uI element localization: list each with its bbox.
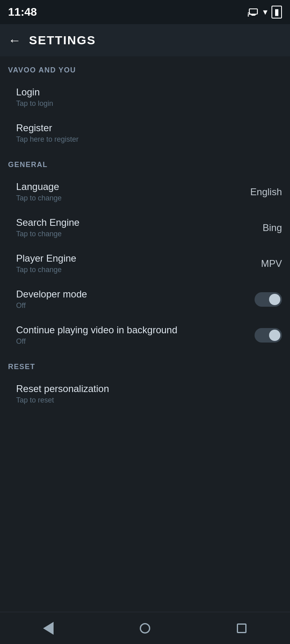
continue-playing-toggle-knob xyxy=(269,330,280,341)
setting-player-engine-subtitle: Tap to change xyxy=(16,266,76,274)
setting-player-engine-title: Player Engine xyxy=(16,253,76,264)
setting-search-engine-title: Search Engine xyxy=(16,217,79,228)
app-bar: ← SETTINGS xyxy=(0,24,290,56)
setting-reset-personalization[interactable]: Reset personalization Tap to reset xyxy=(0,376,290,412)
setting-language-subtitle: Tap to change xyxy=(16,194,62,202)
setting-language[interactable]: Language Tap to change English xyxy=(0,174,290,210)
nav-back-button[interactable] xyxy=(36,616,60,640)
setting-search-engine-value: Bing xyxy=(263,222,282,233)
svg-rect-0 xyxy=(249,9,257,14)
setting-login-title: Login xyxy=(16,87,53,98)
svg-rect-2 xyxy=(252,15,255,16)
wifi-icon: ▾ xyxy=(263,7,267,17)
nav-bar xyxy=(0,612,290,644)
setting-developer-mode-subtitle: Off xyxy=(16,301,87,310)
setting-register-subtitle: Tap here to register xyxy=(16,135,79,144)
setting-language-title: Language xyxy=(16,181,62,192)
section-header-general: GENERAL xyxy=(0,151,290,174)
setting-language-value: English xyxy=(250,186,282,198)
back-button[interactable]: ← xyxy=(8,33,21,48)
setting-register[interactable]: Register Tap here to register xyxy=(0,115,290,151)
setting-continue-playing-subtitle: Off xyxy=(16,337,177,346)
cast-icon xyxy=(248,8,259,17)
setting-reset-title: Reset personalization xyxy=(16,383,109,394)
svg-rect-3 xyxy=(248,15,249,17)
battery-icon: ▮ xyxy=(271,6,282,19)
setting-continue-playing[interactable]: Continue playing video in background Off xyxy=(0,317,290,353)
continue-playing-toggle[interactable] xyxy=(255,328,282,343)
status-icons: ▾ ▮ xyxy=(248,6,282,19)
nav-back-icon xyxy=(43,622,54,635)
section-reset: RESET Reset personalization Tap to reset xyxy=(0,353,290,412)
section-vavoo-and-you: VAVOO AND YOU Login Tap to login Registe… xyxy=(0,56,290,151)
section-general: GENERAL Language Tap to change English S… xyxy=(0,151,290,353)
setting-login[interactable]: Login Tap to login xyxy=(0,79,290,115)
nav-recents-button[interactable] xyxy=(230,616,254,640)
setting-player-engine[interactable]: Player Engine Tap to change MPV xyxy=(0,246,290,281)
nav-home-icon xyxy=(140,623,150,634)
settings-content: VAVOO AND YOU Login Tap to login Registe… xyxy=(0,56,290,612)
setting-developer-mode-title: Developer mode xyxy=(16,289,87,300)
section-header-reset: RESET xyxy=(0,353,290,376)
page-title: SETTINGS xyxy=(29,33,96,47)
developer-mode-toggle-knob xyxy=(269,294,280,305)
setting-login-subtitle: Tap to login xyxy=(16,99,53,108)
status-bar: 11:48 ▾ ▮ xyxy=(0,0,290,24)
nav-home-button[interactable] xyxy=(133,616,157,640)
setting-search-engine-subtitle: Tap to change xyxy=(16,230,79,238)
setting-continue-playing-title: Continue playing video in background xyxy=(16,324,177,336)
status-time: 11:48 xyxy=(8,6,37,19)
setting-reset-subtitle: Tap to reset xyxy=(16,396,109,405)
setting-search-engine[interactable]: Search Engine Tap to change Bing xyxy=(0,210,290,246)
setting-register-title: Register xyxy=(16,122,79,134)
section-header-vavoo: VAVOO AND YOU xyxy=(0,56,290,79)
setting-player-engine-value: MPV xyxy=(261,258,282,269)
nav-recents-icon xyxy=(237,623,246,633)
developer-mode-toggle[interactable] xyxy=(255,292,282,307)
setting-developer-mode[interactable]: Developer mode Off xyxy=(0,281,290,317)
